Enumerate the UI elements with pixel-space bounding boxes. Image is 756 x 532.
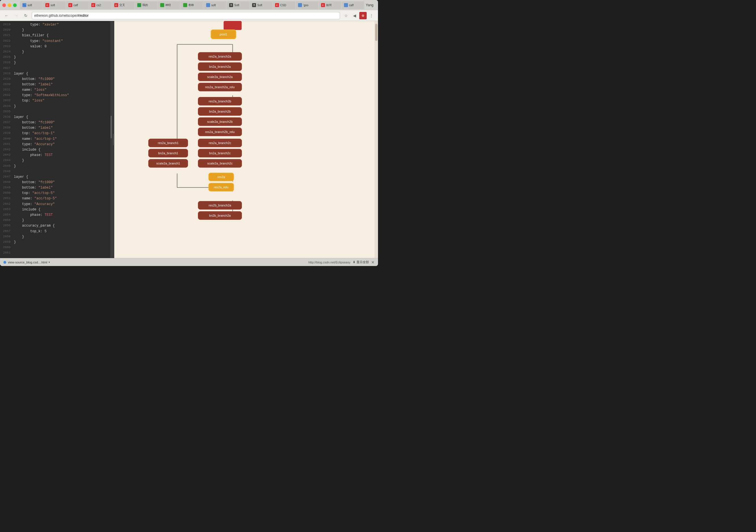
nav-bar: ← → ↻ ethereon.github.io/netscope/#/edit… (0, 10, 378, 21)
nav-actions: ☆ ◀ ⊕ ⋮ (342, 12, 375, 19)
svg-rect-11 (224, 21, 242, 30)
node-res2a[interactable]: res2a (208, 173, 234, 181)
code-line-2653: 2653 include { (0, 207, 112, 212)
show-all-button[interactable]: ⬇ 显示全部 (353, 260, 369, 264)
tab-8[interactable]: 巻称 (181, 1, 203, 9)
code-line-2630: 2630 bottom: "label" (0, 82, 112, 87)
user-label: Yang (366, 3, 376, 7)
node-pool1[interactable]: pool1 (211, 30, 236, 39)
node-bn2a-branch2c[interactable]: bn2a_branch2c (198, 149, 242, 157)
code-line-2626: 2626 } (0, 60, 112, 66)
close-button[interactable] (2, 3, 6, 7)
code-line-2658: 2658 } (0, 234, 112, 240)
tab-11[interactable]: 简 Soft (250, 1, 273, 9)
node-res2a-branch2b-relu[interactable]: res2a_branch2b_relu (198, 128, 242, 136)
code-line-2654: 2654 phase: TEST (0, 212, 112, 218)
node-res2a-branch1[interactable]: res2a_branch1 (148, 139, 188, 147)
tab-5-favicon: C (114, 3, 118, 7)
graph-canvas: pool1 res2a_branch2a bn2a_branch2a scale… (114, 21, 378, 258)
code-editor[interactable]: 2619 type: "xavier" 2620 } 2621 bias_fil… (0, 21, 112, 258)
code-scrollbar[interactable] (110, 21, 112, 258)
tab-4[interactable]: C cs2: (89, 1, 112, 9)
tab-10-label: Soft (234, 4, 239, 7)
code-line-2641: 2641 type: "Accuracy" (0, 142, 112, 147)
tab-5[interactable]: C 交叉 (112, 1, 135, 9)
code-line-2620: 2620 } (0, 28, 112, 33)
tab-13-favicon (298, 3, 302, 7)
code-scrollbar-thumb[interactable] (111, 116, 112, 138)
tab-3[interactable]: C caff (66, 1, 89, 9)
node-scale2a-branch1[interactable]: scale2a_branch1 (148, 159, 188, 168)
code-line-2661: 2661 (0, 251, 112, 256)
tab-6[interactable]: 🐾 我的 (135, 1, 158, 9)
divider-handle (113, 134, 114, 145)
node-res2b-branch2a[interactable]: res2b_branch2a (198, 201, 242, 210)
nav-right-button[interactable]: ⊕ (359, 12, 367, 19)
status-dropdown[interactable]: ▾ (48, 261, 50, 264)
bookmark-button[interactable]: ☆ (342, 12, 350, 19)
code-line-2659: 2659 } (0, 240, 112, 245)
tab-2[interactable]: C soft (43, 1, 66, 9)
code-line-2652: 2652 type: "Accuracy" (0, 201, 112, 207)
node-scale2a-branch2c[interactable]: scale2a_branch2c (198, 159, 242, 168)
status-close-button[interactable]: ✕ (371, 260, 375, 265)
bottom-url: http://blog.csdn.net/Eclipseasy (308, 261, 350, 264)
code-line-2648: 2648 bottom: "fc1000" (0, 180, 112, 185)
node-res2a-branch2a-relu[interactable]: res2a_branch2a_relu (198, 83, 242, 91)
code-line-2629: 2629 bottom: "fc1000" (0, 77, 112, 82)
node-res2a-branch2b[interactable]: res2a_branch2b (198, 97, 242, 105)
code-line-2636: 2636 layer { (0, 115, 112, 120)
node-bn2a-branch2a[interactable]: bn2a_branch2a (198, 63, 242, 71)
tab-14-favicon: C (321, 3, 325, 7)
graph-scrollbar[interactable] (375, 21, 378, 258)
minimize-button[interactable] (8, 3, 11, 7)
tab-3-favicon: C (68, 3, 72, 7)
nav-left-button[interactable]: ◀ (351, 12, 358, 19)
node-scale2a-branch2b[interactable]: scale2a_branch2b (198, 118, 242, 126)
code-line-2650: 2650 top: "acc/top-5" (0, 191, 112, 196)
tab-3-label: caff (73, 4, 78, 7)
status-indicator (3, 261, 6, 264)
code-line-2633: 2633 top: "loss" (0, 98, 112, 103)
panel-divider[interactable] (112, 21, 114, 258)
address-bar[interactable]: ethereon.github.io/netscope/#/editor (32, 12, 340, 19)
tab-1[interactable]: 🐾 soft (20, 1, 43, 9)
tab-7-label: 神经 (165, 3, 171, 7)
graph-scrollbar-thumb[interactable] (375, 24, 377, 41)
maximize-button[interactable] (13, 3, 17, 7)
code-line-2656: 2656 accuracy_param { (0, 223, 112, 228)
node-bn2a-branch2b[interactable]: bn2a_branch2b (198, 107, 242, 116)
tab-9[interactable]: soft (204, 1, 227, 9)
forward-button[interactable]: → (13, 12, 20, 19)
graph-panel[interactable]: pool1 res2a_branch2a bn2a_branch2a scale… (114, 21, 378, 258)
node-bn2a-branch1[interactable]: bn2a_branch1 (148, 149, 188, 157)
tab-15[interactable]: caff (342, 1, 364, 9)
tab-13[interactable]: 'goo (296, 1, 318, 9)
code-line-2640: 2640 name: "acc/top-1" (0, 136, 112, 142)
tab-12-label: CSD (280, 4, 286, 7)
code-line-2639: 2639 top: "acc/top-1" (0, 131, 112, 136)
tab-10[interactable]: 简 Soft (227, 1, 250, 9)
address-url: ethereon.github.io/netscope/#/editor (34, 13, 89, 17)
tab-5-label: 交叉 (120, 3, 125, 7)
tab-7[interactable]: 神经 (158, 1, 181, 9)
status-dropdown-arrow: ▾ (48, 261, 50, 264)
tab-12[interactable]: C CSD (273, 1, 295, 9)
menu-button[interactable]: ⋮ (368, 12, 375, 19)
node-res2a-relu[interactable]: res2a_relu (208, 183, 234, 191)
status-right: http://blog.csdn.net/Eclipseasy ⬇ 显示全部 ✕ (308, 260, 375, 265)
node-bn2b-branch2a[interactable]: bn2b_branch2a (198, 211, 242, 220)
node-res2a-branch2c[interactable]: res2a_branch2c (198, 139, 242, 147)
refresh-button[interactable]: ↻ (22, 12, 30, 19)
code-line-2651: 2651 name: "acc/top-5" (0, 196, 112, 201)
code-line-2643: 2643 phase: TEST (0, 152, 112, 158)
tab-14[interactable]: C 如何 (319, 1, 341, 9)
tab-15-favicon (344, 3, 348, 7)
code-line-2624: 2624 } (0, 49, 112, 55)
node-res2a-branch2a[interactable]: res2a_branch2a (198, 52, 242, 61)
code-line-2645: 2645 } (0, 164, 112, 169)
back-button[interactable]: ← (3, 12, 10, 19)
code-line-2625: 2625 } (0, 55, 112, 60)
node-scale2a-branch2a[interactable]: scale2a_branch2a (198, 73, 242, 81)
tab-4-favicon: C (91, 3, 95, 7)
